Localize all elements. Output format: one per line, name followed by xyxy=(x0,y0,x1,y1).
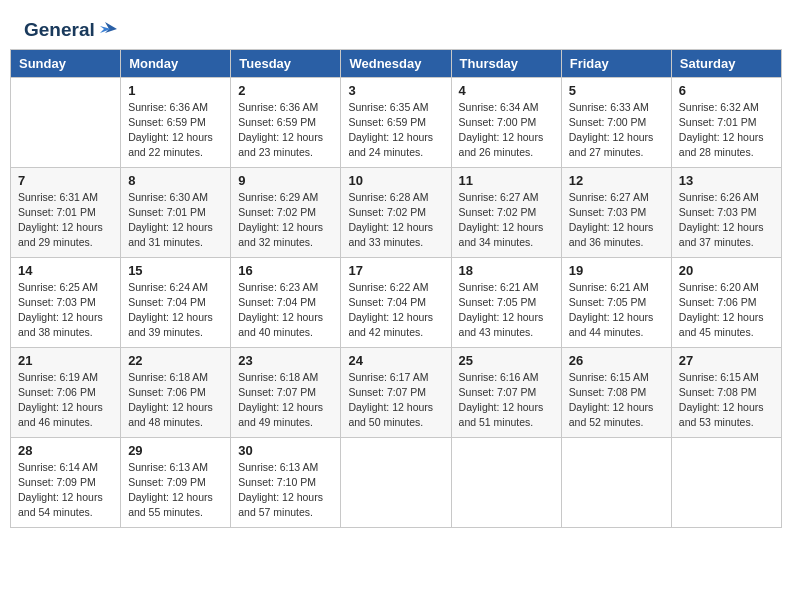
day-number: 14 xyxy=(18,263,113,278)
calendar-cell: 9 Sunrise: 6:29 AMSunset: 7:02 PMDayligh… xyxy=(231,167,341,257)
day-info: Sunrise: 6:26 AMSunset: 7:03 PMDaylight:… xyxy=(679,190,774,251)
day-info: Sunrise: 6:17 AMSunset: 7:07 PMDaylight:… xyxy=(348,370,443,431)
day-number: 22 xyxy=(128,353,223,368)
calendar-cell: 20 Sunrise: 6:20 AMSunset: 7:06 PMDaylig… xyxy=(671,257,781,347)
calendar-cell xyxy=(451,437,561,527)
day-info: Sunrise: 6:34 AMSunset: 7:00 PMDaylight:… xyxy=(459,100,554,161)
day-number: 8 xyxy=(128,173,223,188)
day-info: Sunrise: 6:28 AMSunset: 7:02 PMDaylight:… xyxy=(348,190,443,251)
day-number: 26 xyxy=(569,353,664,368)
calendar-cell: 6 Sunrise: 6:32 AMSunset: 7:01 PMDayligh… xyxy=(671,77,781,167)
day-info: Sunrise: 6:32 AMSunset: 7:01 PMDaylight:… xyxy=(679,100,774,161)
column-header-saturday: Saturday xyxy=(671,49,781,77)
calendar-cell: 4 Sunrise: 6:34 AMSunset: 7:00 PMDayligh… xyxy=(451,77,561,167)
calendar-cell: 3 Sunrise: 6:35 AMSunset: 6:59 PMDayligh… xyxy=(341,77,451,167)
day-number: 1 xyxy=(128,83,223,98)
day-info: Sunrise: 6:36 AMSunset: 6:59 PMDaylight:… xyxy=(238,100,333,161)
day-info: Sunrise: 6:27 AMSunset: 7:02 PMDaylight:… xyxy=(459,190,554,251)
day-info: Sunrise: 6:27 AMSunset: 7:03 PMDaylight:… xyxy=(569,190,664,251)
day-number: 15 xyxy=(128,263,223,278)
calendar-cell: 23 Sunrise: 6:18 AMSunset: 7:07 PMDaylig… xyxy=(231,347,341,437)
calendar-week-row: 7 Sunrise: 6:31 AMSunset: 7:01 PMDayligh… xyxy=(11,167,782,257)
day-info: Sunrise: 6:18 AMSunset: 7:06 PMDaylight:… xyxy=(128,370,223,431)
day-info: Sunrise: 6:24 AMSunset: 7:04 PMDaylight:… xyxy=(128,280,223,341)
calendar-cell: 14 Sunrise: 6:25 AMSunset: 7:03 PMDaylig… xyxy=(11,257,121,347)
day-number: 20 xyxy=(679,263,774,278)
day-number: 29 xyxy=(128,443,223,458)
day-info: Sunrise: 6:36 AMSunset: 6:59 PMDaylight:… xyxy=(128,100,223,161)
day-info: Sunrise: 6:19 AMSunset: 7:06 PMDaylight:… xyxy=(18,370,113,431)
calendar-week-row: 21 Sunrise: 6:19 AMSunset: 7:06 PMDaylig… xyxy=(11,347,782,437)
calendar-cell: 15 Sunrise: 6:24 AMSunset: 7:04 PMDaylig… xyxy=(121,257,231,347)
day-number: 10 xyxy=(348,173,443,188)
calendar-week-row: 28 Sunrise: 6:14 AMSunset: 7:09 PMDaylig… xyxy=(11,437,782,527)
column-header-monday: Monday xyxy=(121,49,231,77)
calendar-cell: 17 Sunrise: 6:22 AMSunset: 7:04 PMDaylig… xyxy=(341,257,451,347)
day-number: 13 xyxy=(679,173,774,188)
calendar-cell: 1 Sunrise: 6:36 AMSunset: 6:59 PMDayligh… xyxy=(121,77,231,167)
day-info: Sunrise: 6:21 AMSunset: 7:05 PMDaylight:… xyxy=(459,280,554,341)
calendar-cell: 19 Sunrise: 6:21 AMSunset: 7:05 PMDaylig… xyxy=(561,257,671,347)
day-info: Sunrise: 6:20 AMSunset: 7:06 PMDaylight:… xyxy=(679,280,774,341)
column-header-wednesday: Wednesday xyxy=(341,49,451,77)
day-number: 12 xyxy=(569,173,664,188)
day-info: Sunrise: 6:23 AMSunset: 7:04 PMDaylight:… xyxy=(238,280,333,341)
day-number: 23 xyxy=(238,353,333,368)
calendar-cell: 18 Sunrise: 6:21 AMSunset: 7:05 PMDaylig… xyxy=(451,257,561,347)
day-number: 7 xyxy=(18,173,113,188)
logo: General xyxy=(24,18,119,41)
logo-text: General xyxy=(24,18,119,45)
day-number: 2 xyxy=(238,83,333,98)
calendar-cell: 8 Sunrise: 6:30 AMSunset: 7:01 PMDayligh… xyxy=(121,167,231,257)
day-number: 18 xyxy=(459,263,554,278)
day-number: 6 xyxy=(679,83,774,98)
day-number: 3 xyxy=(348,83,443,98)
calendar-week-row: 14 Sunrise: 6:25 AMSunset: 7:03 PMDaylig… xyxy=(11,257,782,347)
logo-icon xyxy=(97,18,119,40)
day-info: Sunrise: 6:13 AMSunset: 7:10 PMDaylight:… xyxy=(238,460,333,521)
day-info: Sunrise: 6:14 AMSunset: 7:09 PMDaylight:… xyxy=(18,460,113,521)
day-info: Sunrise: 6:29 AMSunset: 7:02 PMDaylight:… xyxy=(238,190,333,251)
calendar-cell: 7 Sunrise: 6:31 AMSunset: 7:01 PMDayligh… xyxy=(11,167,121,257)
calendar-cell: 21 Sunrise: 6:19 AMSunset: 7:06 PMDaylig… xyxy=(11,347,121,437)
page-header: General xyxy=(0,0,792,49)
calendar-cell xyxy=(671,437,781,527)
day-info: Sunrise: 6:35 AMSunset: 6:59 PMDaylight:… xyxy=(348,100,443,161)
calendar-cell: 5 Sunrise: 6:33 AMSunset: 7:00 PMDayligh… xyxy=(561,77,671,167)
calendar-cell: 16 Sunrise: 6:23 AMSunset: 7:04 PMDaylig… xyxy=(231,257,341,347)
calendar-cell: 12 Sunrise: 6:27 AMSunset: 7:03 PMDaylig… xyxy=(561,167,671,257)
day-number: 28 xyxy=(18,443,113,458)
day-info: Sunrise: 6:25 AMSunset: 7:03 PMDaylight:… xyxy=(18,280,113,341)
column-header-thursday: Thursday xyxy=(451,49,561,77)
day-info: Sunrise: 6:15 AMSunset: 7:08 PMDaylight:… xyxy=(679,370,774,431)
day-info: Sunrise: 6:31 AMSunset: 7:01 PMDaylight:… xyxy=(18,190,113,251)
day-number: 25 xyxy=(459,353,554,368)
calendar-cell: 28 Sunrise: 6:14 AMSunset: 7:09 PMDaylig… xyxy=(11,437,121,527)
day-number: 19 xyxy=(569,263,664,278)
svg-marker-0 xyxy=(105,22,117,33)
calendar-cell: 13 Sunrise: 6:26 AMSunset: 7:03 PMDaylig… xyxy=(671,167,781,257)
calendar-cell: 25 Sunrise: 6:16 AMSunset: 7:07 PMDaylig… xyxy=(451,347,561,437)
calendar-cell: 2 Sunrise: 6:36 AMSunset: 6:59 PMDayligh… xyxy=(231,77,341,167)
day-info: Sunrise: 6:21 AMSunset: 7:05 PMDaylight:… xyxy=(569,280,664,341)
calendar-cell: 24 Sunrise: 6:17 AMSunset: 7:07 PMDaylig… xyxy=(341,347,451,437)
day-info: Sunrise: 6:30 AMSunset: 7:01 PMDaylight:… xyxy=(128,190,223,251)
calendar-cell xyxy=(341,437,451,527)
day-info: Sunrise: 6:13 AMSunset: 7:09 PMDaylight:… xyxy=(128,460,223,521)
calendar-cell: 22 Sunrise: 6:18 AMSunset: 7:06 PMDaylig… xyxy=(121,347,231,437)
calendar-cell: 10 Sunrise: 6:28 AMSunset: 7:02 PMDaylig… xyxy=(341,167,451,257)
day-number: 9 xyxy=(238,173,333,188)
column-header-sunday: Sunday xyxy=(11,49,121,77)
day-info: Sunrise: 6:16 AMSunset: 7:07 PMDaylight:… xyxy=(459,370,554,431)
day-number: 24 xyxy=(348,353,443,368)
day-number: 5 xyxy=(569,83,664,98)
day-number: 16 xyxy=(238,263,333,278)
column-header-friday: Friday xyxy=(561,49,671,77)
day-number: 27 xyxy=(679,353,774,368)
calendar-wrap: SundayMondayTuesdayWednesdayThursdayFrid… xyxy=(0,49,792,538)
day-number: 30 xyxy=(238,443,333,458)
calendar-week-row: 1 Sunrise: 6:36 AMSunset: 6:59 PMDayligh… xyxy=(11,77,782,167)
day-info: Sunrise: 6:15 AMSunset: 7:08 PMDaylight:… xyxy=(569,370,664,431)
calendar-cell: 11 Sunrise: 6:27 AMSunset: 7:02 PMDaylig… xyxy=(451,167,561,257)
day-info: Sunrise: 6:22 AMSunset: 7:04 PMDaylight:… xyxy=(348,280,443,341)
